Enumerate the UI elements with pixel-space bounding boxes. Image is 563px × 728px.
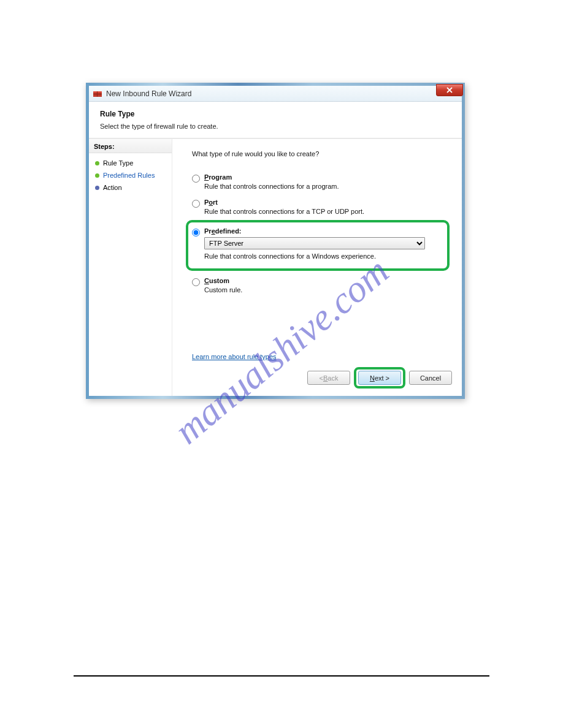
close-button[interactable] — [436, 84, 463, 96]
page-footer-rule — [74, 675, 489, 677]
page-subtitle: Select the type of firewall rule to crea… — [100, 123, 451, 130]
option-label: Predefined: — [204, 227, 441, 235]
step-label: Action — [103, 184, 122, 191]
steps-label: Steps: — [89, 139, 172, 153]
learn-more-link[interactable]: Learn more about rule types — [192, 353, 277, 360]
step-label: Rule Type — [103, 159, 133, 167]
next-button[interactable]: Next > — [358, 371, 401, 385]
option-predefined[interactable]: Predefined: FTP Server Rule that control… — [192, 227, 441, 260]
option-label: Program — [204, 173, 446, 181]
option-label: Port — [204, 199, 446, 206]
button-row: < Back Next > Cancel — [307, 367, 452, 389]
option-desc: Rule that controls connections for a Win… — [204, 252, 376, 260]
bullet-icon — [95, 186, 99, 190]
bullet-icon — [95, 173, 99, 178]
step-action[interactable]: Action — [91, 181, 169, 194]
titlebar: New Inbound Rule Wizard — [89, 86, 462, 102]
predefined-select[interactable]: FTP Server — [204, 237, 425, 249]
step-predefined-rules[interactable]: Predefined Rules — [91, 169, 169, 181]
bullet-icon — [95, 161, 99, 165]
steps-sidebar: Steps: Rule Type Predefined Rules Action — [89, 139, 172, 396]
option-program[interactable]: Program Rule that controls connections f… — [192, 173, 446, 190]
option-port[interactable]: Port Rule that controls connections for … — [192, 199, 446, 215]
question-text: What type of rule would you like to crea… — [192, 150, 446, 157]
cancel-button[interactable]: Cancel — [409, 371, 452, 385]
highlight-predefined: Predefined: FTP Server Rule that control… — [186, 220, 450, 271]
svg-rect-3 — [97, 91, 98, 97]
radio-program[interactable] — [192, 175, 200, 183]
radio-predefined[interactable] — [192, 229, 200, 237]
wizard-content: What type of rule would you like to crea… — [172, 139, 462, 396]
option-custom[interactable]: Custom Custom rule. — [192, 277, 446, 294]
radio-custom[interactable] — [192, 278, 200, 286]
back-button[interactable]: < Back — [307, 371, 350, 385]
step-rule-type[interactable]: Rule Type — [91, 157, 169, 169]
option-desc: Rule that controls connections for a TCP… — [204, 208, 364, 215]
step-label: Predefined Rules — [103, 172, 155, 179]
wizard-header: Rule Type Select the type of firewall ru… — [89, 102, 462, 138]
option-desc: Rule that controls connections for a pro… — [204, 183, 339, 190]
option-label: Custom — [204, 277, 446, 284]
window-title: New Inbound Rule Wizard — [106, 89, 191, 98]
option-desc: Custom rule. — [204, 286, 242, 294]
highlight-next: Next > — [354, 367, 405, 389]
wizard-dialog: New Inbound Rule Wizard Rule Type Select… — [86, 83, 465, 399]
page-title: Rule Type — [100, 110, 451, 118]
radio-port[interactable] — [192, 200, 200, 208]
firewall-icon — [93, 89, 102, 99]
